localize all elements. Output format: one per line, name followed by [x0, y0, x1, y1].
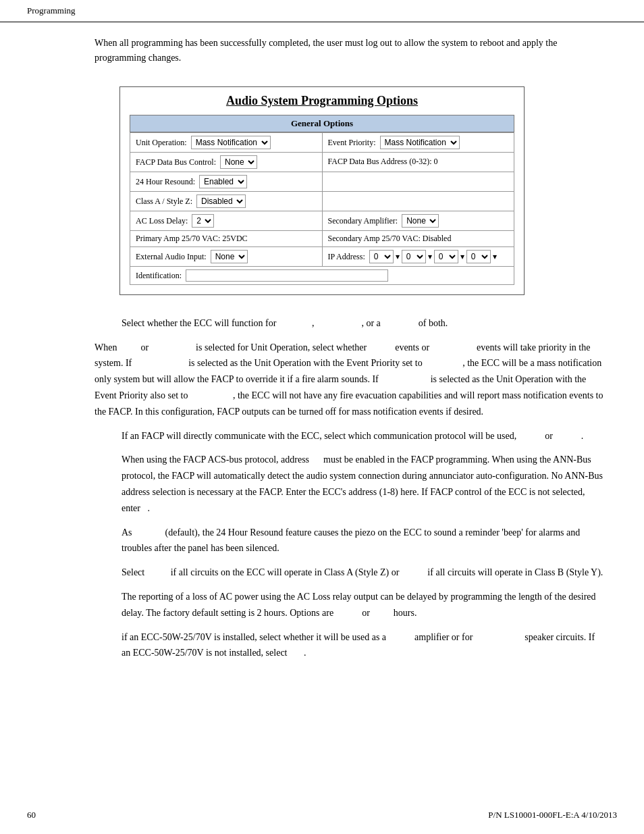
secondary-amp-label: Secondary Amplifier: — [328, 216, 400, 226]
ip-dot2: ▾ — [428, 252, 434, 261]
secondary-amp-vac-cell: Secondary Amp 25/70 VAC: Disabled — [322, 230, 514, 246]
ip-dot1: ▾ — [396, 252, 402, 261]
page-content: When all programming has been successful… — [0, 22, 644, 710]
body-section-1: Select whether the ECC will function for… — [41, 315, 603, 332]
class-a-right-cell — [322, 191, 514, 211]
ip-oct1-select[interactable]: 0 — [369, 250, 394, 263]
resound-right-cell — [322, 172, 514, 191]
ext-audio-select[interactable]: None — [211, 250, 248, 263]
facp-bus-control-select[interactable]: None — [220, 155, 257, 169]
unit-operation-label: Unit Operation: — [136, 138, 189, 147]
facp-bus-address-cell: FACP Data Bus Address (0-32): 0 — [322, 152, 514, 172]
body-paragraph-2: When or is selected for Unit Operation, … — [41, 340, 603, 420]
intro-text: When all programming has been successful… — [95, 38, 557, 63]
body-section-6: Select if all circuits on the ECC will o… — [41, 565, 603, 581]
table-row: External Audio Input: None IP Address: 0… — [130, 246, 514, 266]
body-paragraph-1: Select whether the ECC will function for… — [41, 315, 603, 332]
page-number: 60 — [27, 810, 36, 820]
ip-address-cell: IP Address: 0 ▾ 0 ▾ 0 ▾ 0 ▾ — [322, 246, 514, 266]
page-header: Programming — [0, 0, 644, 22]
table-row: Identification: — [130, 266, 514, 284]
panel-title: Audio System Programming Options — [130, 94, 514, 108]
ip-oct2-select[interactable]: 0 — [402, 250, 426, 263]
body-paragraph-8: if an ECC-50W-25/70V is installed, selec… — [41, 629, 603, 662]
body-paragraph-4: When using the FACP ACS-bus protocol, ad… — [41, 452, 603, 516]
table-row: FACP Data Bus Control: None FACP Data Bu… — [130, 152, 514, 172]
resound-label: 24 Hour Resound: — [136, 177, 197, 186]
ac-loss-cell: AC Loss Delay: 2 — [130, 211, 323, 230]
header-label: Programming — [27, 5, 76, 16]
table-row: 24 Hour Resound: Enabled — [130, 172, 514, 191]
ext-audio-label: External Audio Input: — [136, 252, 209, 261]
identification-cell: Identification: — [130, 266, 514, 284]
table-row: AC Loss Delay: 2 Secondary Amplifier: No… — [130, 211, 514, 230]
body-paragraph-3: If an FACP will directly communicate wit… — [41, 428, 603, 444]
identification-input[interactable] — [186, 269, 388, 282]
body-paragraph-5: As (default), the 24 Hour Resound featur… — [41, 525, 603, 557]
unit-operation-cell: Unit Operation: Mass Notification — [130, 132, 323, 152]
body-paragraph-7: The reporting of a loss of AC power usin… — [41, 589, 603, 621]
primary-amp-label: Primary Amp 25/70 VAC: 25VDC — [136, 234, 248, 243]
secondary-amp-select[interactable]: None — [402, 214, 439, 228]
page-footer: 60 P/N LS10001-000FL-E:A 4/10/2013 — [0, 810, 644, 820]
facp-bus-control-cell: FACP Data Bus Control: None — [130, 152, 323, 172]
facp-bus-address-label: FACP Data Bus Address (0-32): 0 — [328, 157, 438, 166]
intro-paragraph: When all programming has been successful… — [41, 36, 603, 66]
resound-select[interactable]: Enabled — [199, 175, 247, 188]
body-section-2: When or is selected for Unit Operation, … — [41, 340, 603, 420]
table-row: Class A / Style Z: Disabled — [130, 191, 514, 211]
body-section-3: If an FACP will directly communicate wit… — [41, 428, 603, 444]
unit-operation-select[interactable]: Mass Notification — [191, 136, 271, 149]
body-section-8: if an ECC-50W-25/70V is installed, selec… — [41, 629, 603, 662]
identification-label: Identification: — [136, 271, 184, 280]
class-a-label: Class A / Style Z: — [136, 197, 194, 206]
ip-address-label: IP Address: — [328, 252, 367, 261]
event-priority-cell: Event Priority: Mass Notification — [322, 132, 514, 152]
ip-oct3-select[interactable]: 0 — [434, 250, 458, 263]
facp-bus-control-label: FACP Data Bus Control: — [136, 157, 218, 167]
event-priority-label: Event Priority: — [328, 138, 378, 147]
options-table: Unit Operation: Mass Notification Event … — [130, 132, 514, 285]
ac-loss-label: AC Loss Delay: — [136, 216, 190, 226]
class-a-cell: Class A / Style Z: Disabled — [130, 191, 323, 211]
body-section-5: As (default), the 24 Hour Resound featur… — [41, 525, 603, 557]
secondary-amp-cell: Secondary Amplifier: None — [322, 211, 514, 230]
ip-dot4: ▾ — [493, 252, 497, 261]
secondary-amp-vac-label: Secondary Amp 25/70 VAC: Disabled — [328, 234, 452, 243]
audio-options-panel: Audio System Programming Options General… — [119, 86, 525, 295]
ip-oct4-select[interactable]: 0 — [466, 250, 491, 263]
class-a-select[interactable]: Disabled — [196, 194, 246, 208]
table-row: Primary Amp 25/70 VAC: 25VDC Secondary A… — [130, 230, 514, 246]
resound-cell: 24 Hour Resound: Enabled — [130, 172, 323, 191]
section-header-general: General Options — [130, 115, 514, 132]
body-paragraph-6: Select if all circuits on the ECC will o… — [41, 565, 603, 581]
event-priority-select[interactable]: Mass Notification — [380, 136, 460, 149]
body-section-7: The reporting of a loss of AC power usin… — [41, 589, 603, 621]
primary-amp-cell: Primary Amp 25/70 VAC: 25VDC — [130, 230, 323, 246]
ac-loss-select[interactable]: 2 — [192, 214, 214, 228]
ip-dot3: ▾ — [460, 252, 466, 261]
table-row: Unit Operation: Mass Notification Event … — [130, 132, 514, 152]
doc-id: P/N LS10001-000FL-E:A 4/10/2013 — [488, 810, 617, 820]
body-section-4: When using the FACP ACS-bus protocol, ad… — [41, 452, 603, 516]
ext-audio-cell: External Audio Input: None — [130, 246, 323, 266]
